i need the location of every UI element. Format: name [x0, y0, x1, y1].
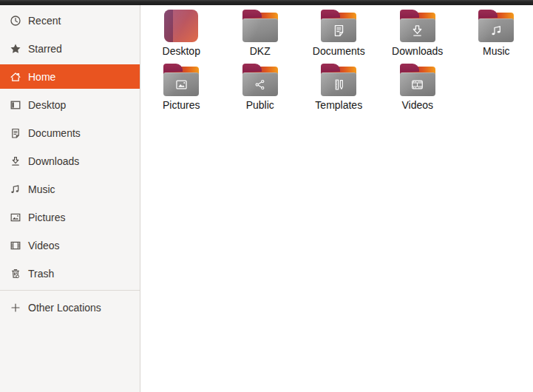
sidebar-item-label: Videos [28, 240, 60, 251]
folder-icon-wrap [400, 62, 435, 98]
folder-icon [478, 10, 514, 42]
file-label: Pictures [163, 99, 200, 111]
download-arrow-emblem-icon [410, 24, 424, 38]
sidebar-list: RecentStarredHomeDesktopDocumentsDownloa… [0, 5, 140, 288]
document-icon [10, 127, 21, 139]
file-grid-row: PicturesPublicTemplatesVideos [142, 62, 533, 116]
sidebar-item-recent[interactable]: Recent [0, 7, 140, 35]
file-grid-row: DesktopDKZDocumentsDownloadsMusic [142, 8, 533, 62]
folder-icon-wrap [321, 62, 356, 98]
folder-icon [242, 64, 278, 96]
sidebar-item-home[interactable]: Home [0, 63, 140, 91]
trash-icon [10, 268, 21, 280]
sidebar-item-pictures[interactable]: Pictures [0, 203, 140, 232]
file-label: Desktop [163, 45, 200, 57]
file-label: Documents [313, 45, 365, 57]
folder-icon-wrap [478, 8, 514, 44]
file-label: Downloads [392, 45, 443, 57]
folder-icon [163, 64, 199, 96]
sidebar-separator [0, 290, 140, 291]
picture-icon [10, 212, 21, 223]
file-desktop[interactable]: Desktop [142, 8, 221, 62]
image-emblem-icon [174, 78, 189, 92]
file-label: Public [246, 99, 274, 111]
sidebar-item-music[interactable]: Music [0, 175, 140, 203]
folder-icon [400, 64, 435, 96]
file-documents[interactable]: Documents [299, 8, 378, 62]
folder-icon-wrap [400, 8, 435, 44]
file-templates[interactable]: Templates [299, 62, 378, 116]
sidebar-item-label: Documents [28, 127, 81, 139]
sidebar-item-downloads[interactable]: Downloads [0, 147, 140, 175]
share-emblem-icon [253, 78, 267, 92]
sidebar-item-other-locations[interactable]: Other Locations [0, 294, 140, 322]
file-videos[interactable]: Videos [378, 62, 458, 116]
plus-icon [10, 302, 21, 314]
file-music[interactable]: Music [457, 8, 533, 62]
download-arrow-icon [10, 155, 21, 167]
sidebar-item-desktop[interactable]: Desktop [0, 91, 140, 119]
folder-icon [321, 64, 356, 96]
clock-icon [10, 15, 21, 27]
sidebar-item-label: Pictures [28, 212, 66, 223]
star-icon [10, 43, 21, 55]
file-grid: DesktopDKZDocumentsDownloadsMusicPicture… [141, 5, 533, 392]
music-note-icon [10, 183, 21, 195]
folder-icon [400, 10, 435, 42]
sidebar-item-label: Downloads [28, 155, 79, 167]
file-manager-window: RecentStarredHomeDesktopDocumentsDownloa… [0, 0, 533, 392]
file-dkz[interactable]: DKZ [221, 8, 300, 62]
film-icon [10, 240, 21, 251]
file-label: Videos [401, 99, 433, 111]
desktop-gradient-icon-wrap [164, 8, 198, 44]
titlebar-edge [0, 0, 533, 5]
file-label: Templates [315, 99, 362, 111]
folder-icon [242, 10, 278, 42]
folder-icon [321, 10, 356, 42]
sidebar-item-label: Starred [28, 43, 62, 55]
sidebar-item-label: Home [28, 71, 55, 83]
folder-icon-wrap [242, 62, 278, 98]
music-note-emblem-icon [489, 24, 503, 38]
sidebar-item-videos[interactable]: Videos [0, 232, 140, 260]
sidebar-item-label: Recent [28, 15, 61, 27]
home-icon [10, 71, 21, 83]
desktop-gradient-icon [164, 10, 198, 42]
folder-icon-wrap [242, 8, 278, 44]
file-downloads[interactable]: Downloads [378, 8, 458, 62]
window-icon [10, 99, 21, 111]
document-emblem-icon [332, 24, 346, 38]
file-label: Music [483, 45, 510, 57]
folder-icon-wrap [321, 8, 356, 44]
sidebar: RecentStarredHomeDesktopDocumentsDownloa… [0, 5, 140, 392]
folder-icon-wrap [163, 62, 199, 98]
file-pictures[interactable]: Pictures [142, 62, 221, 116]
sidebar-item-label: Other Locations [28, 302, 101, 314]
film-emblem-icon [410, 78, 424, 92]
sidebar-item-label: Trash [28, 268, 54, 280]
template-emblem-icon [332, 78, 346, 92]
file-label: DKZ [250, 45, 271, 57]
sidebar-item-label: Desktop [28, 99, 66, 111]
sidebar-item-starred[interactable]: Starred [0, 35, 140, 63]
sidebar-item-trash[interactable]: Trash [0, 260, 140, 288]
sidebar-item-documents[interactable]: Documents [0, 119, 140, 147]
sidebar-item-label: Music [28, 183, 55, 195]
file-public[interactable]: Public [221, 62, 300, 116]
